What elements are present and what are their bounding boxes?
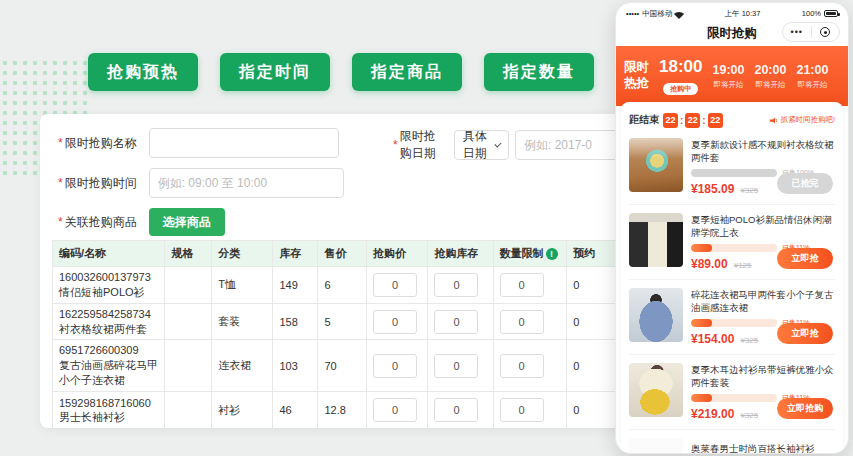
product-card[interactable]: 夏季新款设计感不规则衬衣格纹裙两件套 已售100% ¥185.09 ¥325 已… <box>629 130 835 205</box>
sold-out-button[interactable]: 已抢完 <box>777 173 833 194</box>
tab-set-quantity[interactable]: 指定数量 <box>484 53 594 91</box>
product-name: 男士长袖衬衫 <box>59 410 158 425</box>
col-category: 分类 <box>212 241 273 267</box>
top-action-buttons: 抢购预热 指定时间 指定商品 指定数量 <box>88 53 594 91</box>
tab-set-time[interactable]: 指定时间 <box>220 53 330 91</box>
product-image <box>629 363 683 417</box>
countdown-seconds: 22 <box>708 113 723 128</box>
original-price: ¥125 <box>734 261 752 270</box>
category-cell: 连衣裙 <box>212 340 273 392</box>
stock-cell: 103 <box>273 340 318 392</box>
flash-price-input[interactable] <box>373 310 417 334</box>
slot-status: 即将开始 <box>796 80 828 90</box>
product-card[interactable]: 碎花连衣裙马甲两件套小个子复古油画感连衣裙 已售11% ¥154.00 ¥325… <box>629 280 835 355</box>
flash-price-input[interactable] <box>373 354 417 378</box>
col-qty-limit: 数量限制! <box>493 241 567 267</box>
category-cell: 套装 <box>212 303 273 340</box>
countdown-minutes: 22 <box>685 113 700 128</box>
qty-limit-input[interactable] <box>500 354 544 378</box>
product-title: 夏季短袖POLO衫新品情侣休闲潮牌学院上衣 <box>691 213 835 240</box>
miniprogram-capsule: ••• <box>782 22 840 42</box>
date-type-select[interactable]: 具体日期 <box>454 130 509 160</box>
banner-tag: 限时 热抢 <box>624 60 649 91</box>
flash-products-card: 距结束 22 : 22 : 22 抓紧时间抢购吧! 夏季新款设计感不规则衬衣格纹… <box>621 102 843 453</box>
col-code-name: 编码/名称 <box>53 241 165 267</box>
product-code: 160032600137973 <box>59 270 158 285</box>
slot-time: 19:00 <box>712 63 744 77</box>
qty-limit-input[interactable] <box>500 398 544 422</box>
spec-cell <box>165 303 212 340</box>
flash-price-input[interactable] <box>373 398 417 422</box>
notice-text: 抓紧时间抢购吧! <box>769 115 835 125</box>
flash-stock-input[interactable] <box>434 398 478 422</box>
qty-limit-input[interactable] <box>500 273 544 297</box>
price-cell: 6 <box>318 267 367 304</box>
category-cell: T恤 <box>212 267 273 304</box>
tab-flash-preheat[interactable]: 抢购预热 <box>88 53 198 91</box>
info-icon[interactable]: ! <box>546 248 558 260</box>
table-row: 159298168716060男士长袖衬衫 衬衫 46 12.8 0 <box>53 391 625 428</box>
slot-status: 即将开始 <box>712 80 744 90</box>
slot-time: 21:00 <box>796 63 828 77</box>
col-spec: 规格 <box>165 241 212 267</box>
flash-sale-config-panel: * 限时抢购名称 * 限时抢购日期 具体日期 * 限时抢购时间 * 关联抢购商品… <box>40 114 625 428</box>
time-slot[interactable]: 19:00 即将开始 <box>712 63 744 90</box>
qty-limit-input[interactable] <box>500 310 544 334</box>
product-title: 奥莱春男士时尚百搭长袖衬衫 <box>691 442 835 454</box>
product-name: 衬衣格纹裙两件套 <box>59 322 158 337</box>
tab-set-product[interactable]: 指定商品 <box>352 53 462 91</box>
price-cell: 12.8 <box>318 391 367 428</box>
status-bar: ••••• 中国移动 上午 10:37 100% <box>616 3 848 20</box>
col-flash-stock: 抢购库存 <box>428 241 493 267</box>
wifi-icon <box>674 8 684 18</box>
menu-dots-icon[interactable]: ••• <box>783 27 811 37</box>
flash-date-row: * 限时抢购日期 具体日期 <box>393 128 625 162</box>
flash-price-input[interactable] <box>373 273 417 297</box>
product-title: 夏季新款设计感不规则衬衣格纹裙两件套 <box>691 138 835 165</box>
product-card[interactable]: 夏季木耳边衬衫吊带短裤优雅小众两件套装 已售11% ¥219.00 ¥325 立… <box>629 355 835 430</box>
flash-stock-input[interactable] <box>434 354 478 378</box>
chevron-down-icon <box>495 140 502 147</box>
flash-name-row: * 限时抢购名称 <box>58 128 339 158</box>
flash-name-input[interactable] <box>149 128 339 158</box>
battery-icon <box>824 10 838 17</box>
slot-status-badge: 抢购中 <box>663 83 698 95</box>
nav-bar: 限时抢购 ••• <box>616 20 848 46</box>
product-code: 162259584258734 <box>59 307 158 322</box>
megaphone-icon <box>769 116 778 125</box>
choose-product-button[interactable]: 选择商品 <box>149 208 225 236</box>
col-flash-price: 抢购价 <box>366 241 428 267</box>
category-cell: 衬衫 <box>212 391 273 428</box>
product-card[interactable]: 夏季短袖POLO衫新品情侣休闲潮牌学院上衣 已售11% ¥89.00 ¥125 … <box>629 205 835 280</box>
flash-stock-input[interactable] <box>434 273 478 297</box>
buy-now-button[interactable]: 立即抢 <box>777 248 833 269</box>
flash-stock-input[interactable] <box>434 310 478 334</box>
related-products-row: * 关联抢购商品 选择商品 <box>58 208 225 236</box>
required-mark: * <box>58 215 63 229</box>
flash-products-table: 编码/名称 规格 分类 库存 售价 抢购价 抢购库存 数量限制! 预约 1600… <box>52 240 625 428</box>
flash-date-input[interactable] <box>515 130 625 160</box>
time-slot[interactable]: 20:00 即将开始 <box>754 63 786 90</box>
buy-now-button[interactable]: 立即抢购 <box>777 398 833 419</box>
time-slot-active[interactable]: 18:00 抢购中 <box>659 57 702 95</box>
product-card[interactable]: 奥莱春男士时尚百搭长袖衬衫 <box>629 430 835 454</box>
time-slot[interactable]: 21:00 即将开始 <box>796 63 828 90</box>
original-price: ¥325 <box>740 336 758 345</box>
signal-dots-icon: ••••• <box>626 9 639 18</box>
mobile-preview-frame: ••••• 中国移动 上午 10:37 100% 限时抢购 ••• 限时 热抢 … <box>615 2 849 454</box>
battery-percent: 100% <box>802 9 821 18</box>
flash-date-label: 限时抢购日期 <box>400 128 442 162</box>
flash-time-input[interactable] <box>149 168 344 198</box>
slot-time: 20:00 <box>754 63 786 77</box>
product-title: 夏季木耳边衬衫吊带短裤优雅小众两件套装 <box>691 363 835 390</box>
date-type-selected-value: 具体日期 <box>463 128 490 162</box>
table-row: 160032600137973情侣短袖POLO衫 T恤 149 6 0 <box>53 267 625 304</box>
slot-status: 即将开始 <box>754 80 786 90</box>
buy-now-button[interactable]: 立即抢 <box>777 323 833 344</box>
col-price: 售价 <box>318 241 367 267</box>
progress-bar <box>691 244 777 252</box>
stock-cell: 158 <box>273 303 318 340</box>
close-target-icon[interactable] <box>812 27 840 37</box>
table-row: 6951726600309复古油画感碎花马甲小个子连衣裙 连衣裙 103 70 … <box>53 340 625 392</box>
countdown-hours: 22 <box>663 113 678 128</box>
